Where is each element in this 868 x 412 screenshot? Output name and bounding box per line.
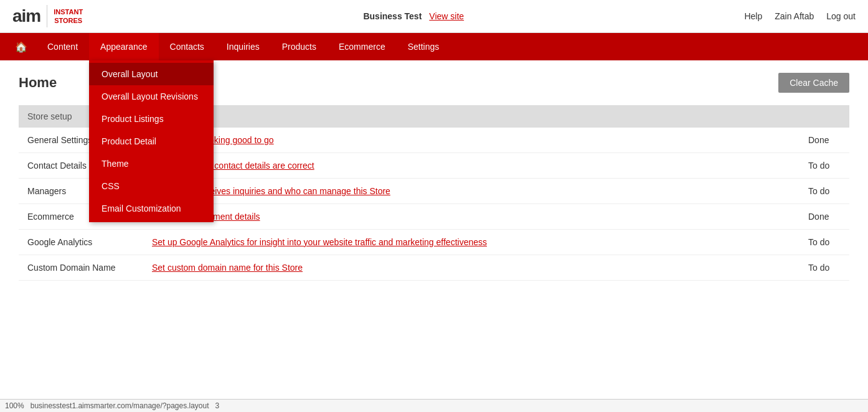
logo-area: aim INSTANT STORES	[12, 5, 83, 27]
view-site-link[interactable]: View site	[429, 11, 464, 21]
nav-item-ecommerce[interactable]: Ecommerce	[328, 33, 397, 60]
table-cell-status: To do	[800, 179, 849, 204]
logo-aim: aim	[12, 6, 40, 26]
appearance-container: Appearance Overall Layout Overall Layout…	[89, 33, 159, 60]
table-row: Custom Domain NameSet custom domain name…	[19, 255, 849, 281]
table-cell-status: To do	[800, 230, 849, 255]
site-title: Business Test	[363, 11, 422, 21]
site-title-area: Business Test View site	[363, 11, 464, 21]
appearance-dropdown-menu: Overall Layout Overall Layout Revisions …	[89, 60, 214, 222]
table-cell-description[interactable]: Make sure your contact details are corre…	[143, 153, 800, 179]
help-link[interactable]: Help	[744, 11, 762, 21]
table-action-link[interactable]: Set up Google Analytics for insight into…	[152, 237, 487, 247]
table-cell-description[interactable]: Your store is looking good to go	[143, 128, 800, 153]
table-cell-description[interactable]: Set custom domain name for this Store	[143, 255, 800, 281]
table-cell-label: Google Analytics	[19, 230, 143, 255]
dropdown-item-product-listings[interactable]: Product Listings	[89, 108, 214, 130]
top-right-links: Help Zain Aftab Log out	[744, 11, 856, 21]
table-cell-status: Done	[800, 204, 849, 230]
table-action-link[interactable]: Set custom domain name for this Store	[152, 263, 303, 273]
dropdown-item-email-customization[interactable]: Email Customization	[89, 197, 214, 220]
nav-item-content[interactable]: Content	[36, 33, 89, 60]
table-cell-description[interactable]: Set up your payment details	[143, 204, 800, 230]
dropdown-menu: Overall Layout Overall Layout Revisions …	[89, 60, 214, 222]
user-name[interactable]: Zain Aftab	[775, 11, 814, 21]
logout-link[interactable]: Log out	[826, 11, 856, 21]
table-cell-status: To do	[800, 255, 849, 281]
table-row: Google AnalyticsSet up Google Analytics …	[19, 230, 849, 255]
page-title: Home	[19, 75, 57, 91]
nav-item-settings[interactable]: Settings	[397, 33, 451, 60]
nav-item-products[interactable]: Products	[271, 33, 328, 60]
table-cell-label: Custom Domain Name	[19, 255, 143, 281]
nav-item-contacts[interactable]: Contacts	[159, 33, 215, 60]
clear-cache-button[interactable]: Clear Cache	[778, 73, 849, 93]
dropdown-item-theme[interactable]: Theme	[89, 152, 214, 175]
nav-item-appearance[interactable]: Appearance	[89, 33, 159, 60]
dropdown-item-overall-layout[interactable]: Overall Layout	[89, 63, 214, 85]
table-cell-description[interactable]: Set up who receives inquiries and who ca…	[143, 179, 800, 204]
logo-divider	[47, 5, 47, 27]
top-bar: aim INSTANT STORES Business Test View si…	[0, 0, 868, 33]
dropdown-item-overall-layout-revisions[interactable]: Overall Layout Revisions	[89, 85, 214, 108]
dropdown-item-css[interactable]: CSS	[89, 175, 214, 197]
nav-home-button[interactable]: 🏠	[6, 33, 36, 60]
table-cell-status: Done	[800, 128, 849, 153]
table-cell-description[interactable]: Set up Google Analytics for insight into…	[143, 230, 800, 255]
nav-item-inquiries[interactable]: Inquiries	[215, 33, 271, 60]
nav-bar: 🏠 Content Appearance Overall Layout Over…	[0, 33, 868, 60]
table-cell-status: To do	[800, 153, 849, 179]
dropdown-item-product-detail[interactable]: Product Detail	[89, 130, 214, 152]
logo-instant-stores: INSTANT STORES	[54, 7, 83, 26]
